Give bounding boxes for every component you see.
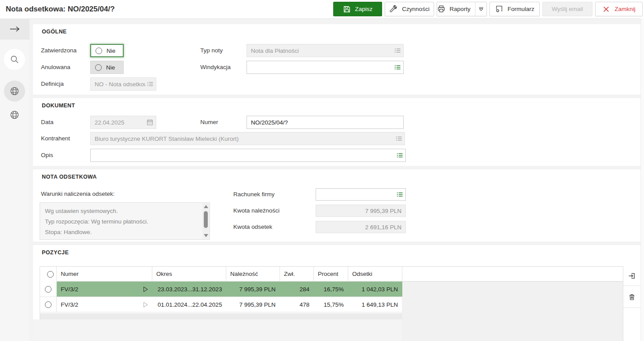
open-item-button[interactable] (623, 266, 640, 286)
conditions-label: Warunki naliczenia odsetek: (41, 187, 115, 201)
approved-toggle[interactable]: Nie (90, 44, 124, 57)
date-label: Data (41, 116, 54, 129)
expand-triangle-icon[interactable] (142, 301, 149, 308)
conditions-textbox: Wg ustawien systemowych. Typ rozpoczęcia… (40, 202, 210, 240)
expand-sidebar-button[interactable] (0, 18, 29, 40)
scrollbar-thumb[interactable] (204, 211, 208, 228)
printer-icon (437, 5, 445, 13)
radio-circle-icon (47, 271, 54, 278)
col-header-okres[interactable]: Okres (152, 267, 226, 282)
col-header-numer[interactable]: Numer (57, 267, 152, 282)
save-icon (343, 5, 351, 13)
debt-collection-field[interactable] (247, 61, 404, 74)
globe-icon (9, 86, 20, 96)
calendar-icon (146, 119, 154, 126)
conditions-line: Wg ustawien systemowych. (45, 206, 199, 216)
cell-naleznosc: 7 995,39 PLN (226, 297, 280, 312)
row-selector[interactable] (40, 297, 57, 312)
close-button[interactable]: Zamknij (595, 2, 643, 16)
top-bar: Nota odsetkowa: NO/2025/04/? Zapisz Czyn… (0, 0, 644, 19)
table-background (33, 319, 402, 341)
interest-amount-label: Kwota odsetek (233, 221, 272, 233)
list-picker-icon[interactable] (394, 64, 401, 71)
select-all-header[interactable] (40, 267, 57, 282)
col-header-procent[interactable]: Procent (314, 267, 348, 282)
page-title: Nota odsetkowa: NO/2025/04/? (6, 0, 115, 18)
radio-circle-icon (45, 286, 52, 293)
cell-zwl: 284 (280, 282, 314, 297)
number-input[interactable] (247, 116, 404, 129)
expand-triangle-icon[interactable] (142, 286, 149, 293)
col-header-zwl[interactable]: Zwł. (280, 267, 314, 282)
cell-naleznosc: 7 995,39 PLN (226, 282, 280, 297)
radio-circle-icon (95, 64, 102, 71)
new-row-stripe (40, 313, 402, 319)
conditions-line: Typ rozpoczęcia: Wg terminu płatności. (45, 216, 199, 227)
description-field[interactable] (90, 149, 406, 162)
items-table: Numer Okres Należność Zwł. Procent Odset… (40, 266, 623, 319)
delete-item-button[interactable] (623, 286, 640, 308)
definition-label: Definicja (41, 77, 64, 91)
interest-amount-field: 2 691,16 PLN (316, 221, 406, 233)
col-header-odsetki[interactable]: Odsetki (348, 267, 402, 282)
trash-icon (628, 293, 636, 301)
reports-button[interactable]: Raporty (437, 2, 471, 16)
radio-circle-icon (45, 301, 52, 308)
list-icon (394, 48, 401, 54)
list-picker-icon[interactable] (396, 152, 403, 159)
form-button[interactable]: Formularz (489, 2, 540, 16)
form-gear-icon (495, 5, 503, 13)
search-button[interactable] (4, 49, 25, 70)
radio-circle-icon (96, 48, 102, 54)
table-header-row: Numer Okres Należność Zwł. Procent Odset… (40, 266, 623, 282)
section-document: DOKUMENT Data 22.04.2025 Numer Kontrahen… (33, 98, 640, 166)
receivable-amount-label: Kwota należności (233, 205, 280, 217)
approved-label: Zatwierdzona (41, 44, 77, 57)
globe-button[interactable] (4, 104, 25, 125)
enter-arrow-icon (628, 271, 637, 280)
company-account-label: Rachunek firmy (233, 188, 275, 201)
section-general-title: OGÓLNE (42, 29, 67, 35)
conditions-line: Stopa: Handlowe. (45, 227, 199, 238)
toolbar: Zapisz Czynności Raporty Formularz Wyśli… (333, 2, 643, 16)
arrow-right-icon (9, 25, 21, 33)
cell-odsetki: 1 042,03 PLN (348, 282, 402, 297)
send-email-button: Wyślij email (542, 2, 592, 16)
save-button[interactable]: Zapisz (333, 2, 382, 16)
cell-procent: 16,75% (314, 282, 348, 297)
section-interest-title: NOTA ODSETKOWA (42, 174, 97, 180)
date-field: 22.04.2025 (90, 116, 156, 129)
globe-button-active[interactable] (4, 81, 25, 102)
list-icon (395, 136, 402, 142)
chevron-down-icon (478, 6, 484, 12)
cell-procent: 15,75% (314, 297, 348, 312)
vertical-scrollbar[interactable] (640, 18, 644, 341)
globe-icon (9, 110, 20, 120)
section-interest-note: NOTA ODSETKOWA Warunki naliczenia odsete… (33, 169, 640, 242)
table-row[interactable]: FV/3/2 23.03.2023...31.12.2023 7 995,39 … (40, 282, 402, 297)
conditions-scrollbar[interactable] (202, 203, 209, 239)
section-general: OGÓLNE Zatwierdzona Nie Anulowana Nie De… (33, 24, 640, 95)
wrench-icon (389, 5, 397, 13)
note-type-label: Typ noty (200, 44, 223, 57)
table-row[interactable]: FV/3/2 01.01.2024...22.04.2025 7 995,39 … (40, 297, 402, 312)
scroll-down-icon[interactable] (204, 234, 208, 237)
section-document-title: DOKUMENT (42, 103, 75, 109)
scroll-up-icon[interactable] (204, 205, 208, 208)
cell-odsetki: 1 649,13 PLN (348, 297, 402, 312)
col-header-naleznosc[interactable]: Należność (226, 267, 280, 282)
actions-button[interactable]: Czynności (385, 2, 434, 16)
list-picker-icon[interactable] (396, 191, 403, 198)
company-account-field[interactable] (316, 188, 406, 201)
table-side-toolbar (623, 266, 640, 341)
cell-numer: FV/3/2 (57, 282, 152, 297)
debt-collection-label: Windykacja (200, 61, 231, 74)
row-selector[interactable] (40, 282, 57, 297)
receivable-amount-field: 7 995,39 PLN (316, 205, 406, 217)
reports-dropdown-button[interactable] (475, 2, 486, 16)
cell-zwl: 478 (280, 297, 314, 312)
canceled-toggle: Nie (90, 61, 124, 74)
section-items: POZYCJE Numer Okres Należność Zwł. Proce… (33, 245, 640, 341)
reports-button-group: Raporty (437, 2, 487, 16)
canceled-label: Anulowana (41, 61, 70, 74)
